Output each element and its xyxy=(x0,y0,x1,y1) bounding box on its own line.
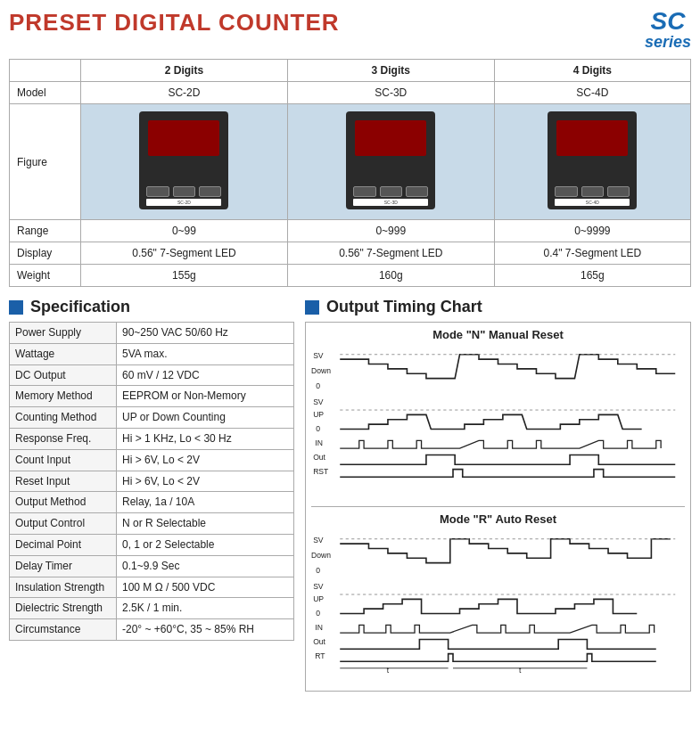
figure-4d: SC-4D xyxy=(494,104,690,220)
chart1-svg: SV Down 0 SV UP 0 IN Out RST xyxy=(311,345,685,498)
spec-row-counting: Counting Method UP or Down Counting xyxy=(10,407,294,429)
spec-label-power: Power Supply xyxy=(10,323,117,344)
spec-row-dc: DC Output 60 mV / 12 VDC xyxy=(10,364,294,386)
spec-label-delay: Delay Timer xyxy=(10,555,117,577)
svg-text:0: 0 xyxy=(316,609,320,618)
svg-text:IN: IN xyxy=(315,438,323,447)
spec-value-wattage: 5VA max. xyxy=(117,343,294,364)
col-header-label xyxy=(10,60,81,82)
display-3d: 0.56" 7-Segment LED xyxy=(287,242,494,265)
svg-text:UP: UP xyxy=(313,410,324,419)
svg-text:UP: UP xyxy=(313,594,324,602)
svg-text:Out: Out xyxy=(313,637,325,646)
timing-icon xyxy=(305,300,319,315)
spec-label-wattage: Wattage xyxy=(10,343,117,364)
svg-text:t: t xyxy=(387,666,390,675)
col-header-2d: 2 Digits xyxy=(81,60,288,82)
spec-label-insulation: Insulation Strength xyxy=(10,577,117,598)
svg-text:0: 0 xyxy=(316,566,320,575)
display-2d: 0.56" 7-Segment LED xyxy=(81,242,288,265)
spec-row-decimal: Decimal Point 0, 1 or 2 Selectable xyxy=(10,534,294,555)
timing-title: Output Timing Chart xyxy=(326,298,482,316)
spec-row-response: Response Freq. Hi > 1 KHz, Lo < 30 Hz xyxy=(10,428,294,449)
spec-label-counting: Counting Method xyxy=(10,407,117,429)
chart1: SV Down 0 SV UP 0 IN Out RST xyxy=(311,345,685,501)
spec-value-circumstance: -20° ~ +60°C, 35 ~ 85% RH xyxy=(117,619,294,641)
row-label-model: Model xyxy=(10,82,81,104)
range-4d: 0~9999 xyxy=(494,220,690,242)
spec-row-output-method: Output Method Relay, 1a / 10A xyxy=(10,492,294,513)
table-row-weight: Weight 155g 160g 165g xyxy=(10,265,691,287)
spec-row-dielectric: Dielectric Strength 2.5K / 1 min. xyxy=(10,598,294,619)
chart2-title: Mode "R" Auto Reset xyxy=(311,512,685,526)
spec-row-reset-input: Reset Input Hi > 6V, Lo < 2V xyxy=(10,471,294,492)
table-row-range: Range 0~99 0~999 0~9999 xyxy=(10,220,691,242)
row-label-weight: Weight xyxy=(10,265,81,287)
spec-value-decimal: 0, 1 or 2 Selectable xyxy=(117,534,294,555)
chart-divider xyxy=(311,506,685,507)
spec-label-response: Response Freq. xyxy=(10,428,117,449)
spec-row-count-input: Count Input Hi > 6V, Lo < 2V xyxy=(10,449,294,471)
weight-4d: 165g xyxy=(494,265,690,287)
model-3d: SC-3D xyxy=(287,82,494,104)
svg-text:SV: SV xyxy=(313,397,324,406)
spec-value-dc: 60 mV / 12 VDC xyxy=(117,364,294,386)
spec-label-count-input: Count Input xyxy=(10,449,117,471)
spec-value-output-method: Relay, 1a / 10A xyxy=(117,492,294,513)
spec-value-power: 90~250 VAC 50/60 Hz xyxy=(117,323,294,344)
range-2d: 0~99 xyxy=(81,220,288,242)
spec-row-delay: Delay Timer 0.1~9.9 Sec xyxy=(10,555,294,577)
svg-text:SV: SV xyxy=(313,581,324,590)
spec-value-count-input: Hi > 6V, Lo < 2V xyxy=(117,449,294,471)
page-header: PRESET DIGITAL COUNTER SC series xyxy=(9,9,691,50)
svg-text:Out: Out xyxy=(313,453,325,462)
row-label-display: Display xyxy=(10,242,81,265)
spec-table: Power Supply 90~250 VAC 50/60 Hz Wattage… xyxy=(9,322,294,641)
spec-row-memory: Memory Method EEPROM or Non-Memory xyxy=(10,386,294,407)
spec-value-output-control: N or R Selectable xyxy=(117,513,294,535)
row-label-figure: Figure xyxy=(10,104,81,220)
figure-3d: SC-3D xyxy=(287,104,494,220)
spec-row-power: Power Supply 90~250 VAC 50/60 Hz xyxy=(10,323,294,344)
spec-value-delay: 0.1~9.9 Sec xyxy=(117,555,294,577)
spec-label-circumstance: Circumstance xyxy=(10,619,117,641)
model-2d: SC-2D xyxy=(81,82,288,104)
spec-value-counting: UP or Down Counting xyxy=(117,407,294,429)
table-row-model: Model SC-2D SC-3D SC-4D xyxy=(10,82,691,104)
figure-2d: SC-2D xyxy=(81,104,288,220)
spec-row-wattage: Wattage 5VA max. xyxy=(10,343,294,364)
row-label-range: Range xyxy=(10,220,81,242)
spec-value-reset-input: Hi > 6V, Lo < 2V xyxy=(117,471,294,492)
spec-label-decimal: Decimal Point xyxy=(10,534,117,555)
spec-title: Specification xyxy=(30,298,130,316)
chart2-svg: SV Down 0 SV UP 0 IN Out RT xyxy=(311,529,685,683)
col-header-4d: 4 Digits xyxy=(494,60,690,82)
svg-text:SV: SV xyxy=(313,351,324,360)
chart2: SV Down 0 SV UP 0 IN Out RT xyxy=(311,529,685,685)
svg-text:SV: SV xyxy=(313,536,324,545)
spec-value-insulation: 100 M Ω / 500 VDC xyxy=(117,577,294,598)
spec-label-memory: Memory Method xyxy=(10,386,117,407)
svg-text:RT: RT xyxy=(315,651,325,660)
spec-label-dielectric: Dielectric Strength xyxy=(10,598,117,619)
brand-logo: SC series xyxy=(645,9,691,50)
col-header-3d: 3 Digits xyxy=(287,60,494,82)
spec-value-dielectric: 2.5K / 1 min. xyxy=(117,598,294,619)
spec-label-reset-input: Reset Input xyxy=(10,471,117,492)
page-title: PRESET DIGITAL COUNTER xyxy=(9,9,340,37)
spec-label-output-control: Output Control xyxy=(10,513,117,535)
display-4d: 0.4" 7-Segment LED xyxy=(494,242,690,265)
timing-box: Mode "N" Manual Reset SV Down 0 SV UP 0 … xyxy=(305,322,691,692)
svg-text:Down: Down xyxy=(311,551,331,560)
svg-text:t: t xyxy=(519,666,522,675)
svg-text:Down: Down xyxy=(311,366,331,375)
svg-text:0: 0 xyxy=(316,381,320,390)
svg-text:IN: IN xyxy=(315,623,323,632)
spec-row-output-control: Output Control N or R Selectable xyxy=(10,513,294,535)
spec-row-insulation: Insulation Strength 100 M Ω / 500 VDC xyxy=(10,577,294,598)
timing-header: Output Timing Chart xyxy=(305,298,691,316)
model-4d: SC-4D xyxy=(494,82,690,104)
spec-label-dc: DC Output xyxy=(10,364,117,386)
spec-header: Specification xyxy=(9,298,294,316)
spec-value-response: Hi > 1 KHz, Lo < 30 Hz xyxy=(117,428,294,449)
